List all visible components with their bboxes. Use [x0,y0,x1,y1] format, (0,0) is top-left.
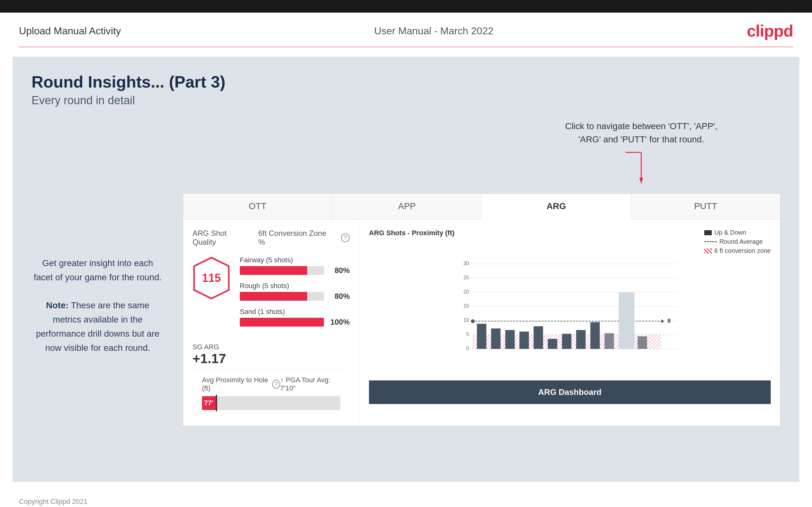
content-layout: Get greater insight into each facet of y… [32,193,780,426]
proximity-help-icon[interactable]: ? [272,380,280,389]
proximity-value: 77' [204,399,216,407]
svg-text:30: 30 [463,261,469,266]
svg-text:0: 0 [466,346,469,351]
legend-dashed [704,241,717,242]
hexagon: 115 [193,256,230,300]
proximity-header: Avg Proximity to Hole (ft) ? ↑ PGA Tour … [202,376,340,392]
svg-rect-32 [591,322,600,349]
svg-marker-20 [661,319,665,323]
nav-arrow [622,149,660,187]
legend-hatched [704,248,712,253]
panel-left: ARG Shot Quality 6ft Conversion Zone % ?… [183,220,359,426]
sg-arg-value: +1.17 [193,351,350,366]
tab-arg[interactable]: ARG [482,194,631,220]
panel-body: ARG Shot Quality 6ft Conversion Zone % ?… [183,220,780,426]
shot-label-rough: Rough (5 shots) [240,282,350,290]
tab-putt[interactable]: PUTT [631,194,780,219]
tabs: OTT APP ARG PUTT [183,194,780,220]
bar-track-sand [240,318,324,327]
arg-shot-quality-label: ARG Shot Quality [193,229,252,246]
main-panel: OTT APP ARG PUTT ARG Shot Quality 6ft Co… [183,193,780,426]
shot-label-fairway: Fairway (5 shots) [240,256,350,264]
tab-app[interactable]: APP [333,194,482,219]
header-divider [19,47,793,47]
svg-rect-33 [605,333,614,349]
nav-annotation-text: Click to navigate between 'OTT', 'APP','… [565,120,717,146]
page-subtitle: Every round in detail [32,94,780,107]
svg-text:5: 5 [466,332,469,337]
logo: clippd [747,21,793,40]
bar-pct-fairway: 80% [328,266,350,275]
arg-shot-quality-header: ARG Shot Quality 6ft Conversion Zone % ? [193,229,350,246]
main-content: Round Insights... (Part 3) Every round i… [13,57,799,482]
svg-rect-28 [534,326,543,349]
svg-text:10: 10 [463,318,469,323]
hexagon-container: 115 Fairway (5 shots) 80% [193,256,350,334]
pga-avg: ↑ PGA Tour Avg: 7'10" [280,376,340,392]
chart-area: 30 25 20 15 10 5 0 [369,261,771,374]
bar-pct-rough: 80% [328,292,350,301]
legend-item-roundavg: Round Average [704,238,771,245]
bar-fill-rough [240,292,307,301]
svg-rect-25 [491,329,501,349]
bar-container-fairway: 80% [240,266,350,275]
legend-updown-label: Up & Down [714,229,746,236]
bar-container-rough: 80% [240,292,350,301]
proximity-section: Avg Proximity to Hole (ft) ? ↑ PGA Tour … [193,370,350,416]
proximity-bar-track: 77' [202,396,340,410]
legend-box-updown [704,230,712,235]
hexagon-value: 115 [202,272,221,285]
svg-marker-2 [639,178,643,184]
description-intro: Get greater insight into each facet of y… [34,258,162,282]
svg-rect-27 [520,332,529,349]
top-bar [0,0,812,13]
proximity-label: Avg Proximity to Hole (ft) ? [202,376,280,392]
arg-dashboard-button[interactable]: ARG Dashboard [369,380,771,404]
shot-quality-bars: Fairway (5 shots) 80% Rough [240,256,350,334]
legend-6ft-label: 6 ft conversion zone [714,247,771,255]
manual-date: User Manual - March 2022 [374,25,494,37]
arg-chart-svg: 30 25 20 15 10 5 0 [369,261,771,361]
svg-rect-26 [505,330,515,349]
header: Upload Manual Activity User Manual - Mar… [0,13,812,47]
left-description-text: Get greater insight into each facet of y… [32,256,164,355]
svg-text:25: 25 [463,275,469,280]
svg-rect-29 [548,339,557,349]
bar-fill-sand [240,318,324,327]
shot-row-sand: Sand (1 shots) 100% [240,308,350,327]
nav-annotation: Click to navigate between 'OTT', 'APP','… [565,120,717,187]
chart-header: ARG Shots - Proximity (ft) Up & Down Rou… [369,229,771,255]
legend-item-updown: Up & Down [704,229,771,236]
chart-legend: Up & Down Round Average 6 ft conversion … [704,229,771,255]
shot-row-fairway: Fairway (5 shots) 80% [240,256,350,275]
svg-rect-24 [477,324,487,349]
legend-item-6ft: 6 ft conversion zone [704,247,771,255]
left-description: Get greater insight into each facet of y… [32,193,164,426]
svg-text:20: 20 [463,289,469,294]
bar-track-rough [240,292,324,301]
sg-arg: SG ARG +1.17 [193,343,350,366]
sg-arg-label: SG ARG [193,343,350,351]
bar-track-fairway [240,266,324,275]
shot-label-sand: Sand (1 shots) [240,308,350,316]
svg-text:8: 8 [668,318,671,324]
conversion-help-icon[interactable]: ? [341,233,350,242]
proximity-bar-fill: 77' [202,396,216,410]
svg-point-19 [471,319,475,323]
legend-roundavg-label: Round Average [719,238,763,245]
footer: Copyright Clippd 2021 [0,491,812,507]
svg-rect-35 [638,336,647,349]
upload-label: Upload Manual Activity [19,25,121,37]
svg-rect-34 [619,292,635,349]
bar-fill-fairway [240,266,307,275]
svg-rect-30 [562,334,571,349]
arg-conversion-label: 6ft Conversion Zone % [258,229,335,246]
svg-rect-31 [576,330,586,349]
page-title: Round Insights... (Part 3) [32,72,780,91]
bar-pct-sand: 100% [328,318,350,327]
copyright: Copyright Clippd 2021 [19,498,88,505]
tab-ott[interactable]: OTT [183,194,333,219]
svg-text:15: 15 [463,303,469,308]
panel-right: ARG Shots - Proximity (ft) Up & Down Rou… [359,220,780,426]
note-label: Note: [46,300,69,310]
